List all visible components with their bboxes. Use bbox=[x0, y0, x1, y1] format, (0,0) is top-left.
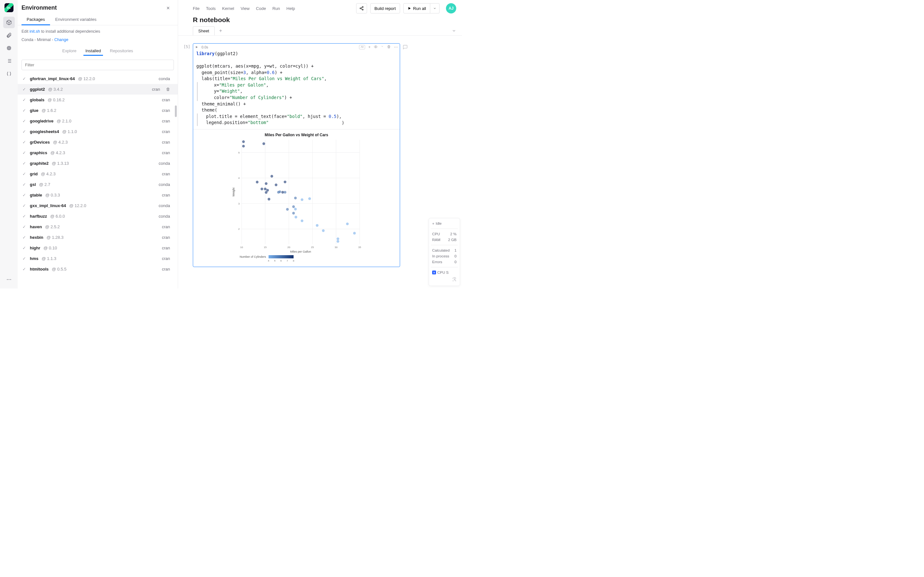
variables-icon[interactable] bbox=[3, 68, 15, 79]
package-source: conda bbox=[159, 161, 170, 166]
package-row[interactable]: ✓googledrive @ 2.1.0cran bbox=[18, 116, 178, 126]
conda-line: Conda - Minimal - Change bbox=[18, 34, 178, 42]
package-name: highr bbox=[30, 245, 40, 250]
tab-installed[interactable]: Installed bbox=[81, 46, 105, 56]
package-row[interactable]: ✓gfortran_impl_linux-64 @ 12.2.0conda bbox=[18, 73, 178, 84]
package-row[interactable]: ✓gxx_impl_linux-64 @ 12.2.0conda bbox=[18, 200, 178, 211]
run-all-dropdown[interactable] bbox=[430, 3, 439, 13]
chevron-down-icon[interactable] bbox=[381, 45, 384, 49]
package-row[interactable]: ✓grDevices @ 4.2.3cran bbox=[18, 137, 178, 147]
svg-text:10: 10 bbox=[240, 246, 243, 249]
attachments-icon[interactable] bbox=[3, 29, 15, 41]
package-row[interactable]: ✓googlesheets4 @ 1.1.0cran bbox=[18, 126, 178, 137]
change-link[interactable]: Change bbox=[54, 37, 68, 42]
package-row[interactable]: ✓highr @ 0.10cran bbox=[18, 243, 178, 253]
trash-icon[interactable] bbox=[166, 87, 170, 91]
machine-badge[interactable]: 5CPU S bbox=[432, 271, 457, 274]
package-source: cran bbox=[162, 193, 170, 197]
svg-text:6: 6 bbox=[280, 259, 282, 262]
svg-point-42 bbox=[270, 175, 273, 177]
check-icon: ✓ bbox=[21, 161, 27, 166]
svg-rect-0 bbox=[7, 47, 10, 50]
cpu-value: 2 % bbox=[450, 232, 457, 236]
comment-icon[interactable] bbox=[403, 43, 408, 50]
svg-point-41 bbox=[277, 191, 280, 193]
menu-tools[interactable]: Tools bbox=[206, 6, 216, 11]
share-button[interactable] bbox=[356, 3, 367, 13]
menu-file[interactable]: File bbox=[193, 6, 200, 11]
package-name: googledrive bbox=[30, 119, 53, 123]
package-name: graphics bbox=[30, 150, 47, 155]
package-row[interactable]: ✓graphics @ 4.2.3cran bbox=[18, 147, 178, 158]
svg-text:Number of Cylinders: Number of Cylinders bbox=[240, 255, 266, 258]
scrollbar-thumb[interactable] bbox=[175, 105, 177, 117]
ai-button[interactable]: AI bbox=[359, 45, 365, 49]
init-sh-link[interactable]: init.sh bbox=[29, 29, 40, 34]
menu-view[interactable]: View bbox=[241, 6, 250, 11]
menu-run[interactable]: Run bbox=[272, 6, 280, 11]
svg-point-33 bbox=[300, 219, 303, 222]
menu-help[interactable]: Help bbox=[286, 6, 295, 11]
package-source: cran bbox=[162, 267, 170, 271]
svg-text:7: 7 bbox=[286, 259, 288, 262]
package-row[interactable]: ✓gsl @ 2.7conda bbox=[18, 179, 178, 190]
code-editor[interactable]: library(ggplot2) ggplot(mtcars, aes(x=mp… bbox=[193, 51, 400, 129]
package-name: gtable bbox=[30, 193, 42, 197]
check-icon: ✓ bbox=[21, 129, 27, 134]
check-icon: ✓ bbox=[21, 182, 27, 187]
sheet-tab[interactable]: Sheet bbox=[193, 26, 215, 35]
package-row[interactable]: ✓haven @ 2.5.2cran bbox=[18, 221, 178, 232]
package-row[interactable]: ✓graphite2 @ 1.3.13conda bbox=[18, 158, 178, 169]
svg-text:Miles per Gallon: Miles per Gallon bbox=[290, 250, 311, 253]
add-sheet-icon[interactable]: + bbox=[219, 28, 222, 34]
main-menu: FileToolsKernelViewCodeRunHelp bbox=[193, 6, 295, 11]
left-rail: DL bbox=[0, 0, 18, 288]
package-source: conda bbox=[159, 76, 170, 81]
tab-repositories[interactable]: Repositories bbox=[105, 46, 137, 56]
menu-kernel[interactable]: Kernel bbox=[222, 6, 234, 11]
package-row[interactable]: ✓hexbin @ 1.28.3cran bbox=[18, 232, 178, 243]
code-cell[interactable]: 0.0s AI + ⋯ library(ggplot2) ggplot(mtca… bbox=[193, 43, 400, 267]
package-source: cran bbox=[162, 119, 170, 123]
package-row[interactable]: ✓harfbuzz @ 6.0.0conda bbox=[18, 211, 178, 221]
svg-point-59 bbox=[268, 198, 270, 200]
tab-explore[interactable]: Explore bbox=[58, 46, 81, 56]
svg-point-3 bbox=[8, 279, 9, 280]
avatar[interactable]: AJ bbox=[446, 3, 456, 13]
environment-icon[interactable] bbox=[3, 17, 15, 28]
tab-env-vars[interactable]: Environment variables bbox=[50, 14, 102, 25]
more-cell-icon[interactable]: ⋯ bbox=[394, 45, 398, 49]
close-icon[interactable] bbox=[165, 5, 171, 11]
delete-cell-icon[interactable] bbox=[387, 45, 391, 49]
add-cell-icon[interactable]: + bbox=[368, 45, 371, 49]
run-cell-icon[interactable] bbox=[195, 45, 198, 49]
package-row[interactable]: ✓ggplot2 @ 3.4.2cran bbox=[18, 84, 178, 95]
check-icon: ✓ bbox=[21, 224, 27, 229]
svg-point-31 bbox=[292, 212, 295, 214]
package-row[interactable]: ✓glue @ 1.6.2cran bbox=[18, 105, 178, 116]
svg-point-48 bbox=[346, 222, 349, 225]
package-row[interactable]: ✓htmltools @ 0.5.5cran bbox=[18, 264, 178, 274]
outline-icon[interactable] bbox=[3, 55, 15, 67]
build-report-button[interactable]: Build report bbox=[370, 3, 400, 13]
run-all-button[interactable]: Run all bbox=[403, 3, 430, 13]
package-version: @ 0.10 bbox=[44, 245, 57, 250]
svg-text:8: 8 bbox=[293, 259, 294, 262]
more-icon[interactable] bbox=[3, 274, 15, 285]
package-row[interactable]: ✓globals @ 0.16.2cran bbox=[18, 95, 178, 105]
sheet-chevron-icon[interactable] bbox=[452, 29, 456, 33]
package-row[interactable]: ✓grid @ 4.2.3cran bbox=[18, 169, 178, 179]
svg-text:5: 5 bbox=[274, 259, 276, 262]
package-name: grid bbox=[30, 171, 38, 176]
cell-time: 0.0s bbox=[202, 45, 208, 49]
package-row[interactable]: ✓hms @ 1.1.3cran bbox=[18, 253, 178, 264]
svg-point-40 bbox=[284, 191, 286, 193]
cell-view-icon[interactable] bbox=[374, 45, 378, 49]
tab-packages[interactable]: Packages bbox=[21, 14, 50, 25]
package-row[interactable]: ✓gtable @ 0.3.3cran bbox=[18, 190, 178, 200]
package-source: cran bbox=[162, 171, 170, 176]
menu-code[interactable]: Code bbox=[256, 6, 266, 11]
svg-point-45 bbox=[242, 145, 245, 147]
compute-icon[interactable] bbox=[3, 42, 15, 54]
filter-input[interactable] bbox=[21, 60, 174, 70]
